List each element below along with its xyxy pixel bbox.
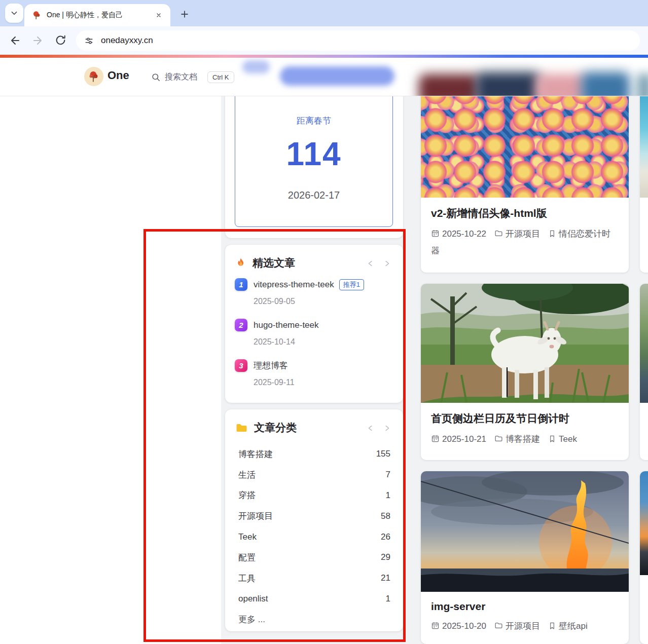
category-row[interactable]: 穿搭1 [238,485,390,506]
featured-item-title[interactable]: hugo-theme-teek [254,320,319,330]
category-count: 7 [386,470,390,480]
post-card-clipped[interactable] [640,81,648,273]
post-image-goat [421,284,629,403]
featured-prev-button[interactable] [367,259,375,268]
blurred-content [581,72,630,96]
reload-button[interactable] [55,34,67,47]
reload-icon [55,34,66,46]
browser-toolbar: onedayxxy.cn [0,26,648,55]
featured-item-title[interactable]: 理想博客 [254,360,288,371]
post-date-group: 2025-10-22 [431,229,486,239]
featured-next-button[interactable] [383,259,391,268]
folder-outline-icon [494,621,503,630]
featured-item-title[interactable]: vitepress-theme-teek [254,280,334,290]
category-row[interactable]: openlist1 [238,589,390,610]
back-button[interactable] [9,34,21,47]
category-name[interactable]: 穿搭 [238,489,256,501]
category-row[interactable]: 博客搭建155 [238,444,390,465]
category-count: 155 [376,449,390,459]
folder-outline-icon [494,229,503,238]
blurred-content [476,72,541,96]
post-card[interactable]: img-server 2025-10-20开源项目壁纸api [421,471,629,644]
new-tab-button[interactable] [177,7,192,21]
post-category[interactable]: 开源项目 [506,621,540,631]
category-count: 1 [386,594,390,604]
post-category[interactable]: 开源项目 [506,229,540,239]
search-icon [151,72,161,82]
post-tag-group[interactable]: Teek [548,434,577,444]
category-name[interactable]: 配置 [238,552,256,563]
category-row[interactable]: 工具21 [238,568,390,589]
post-date: 2025-10-20 [442,621,486,631]
category-name[interactable]: 生活 [238,469,256,481]
category-count: 58 [381,511,390,521]
featured-item-date: 2025-09-05 [235,297,393,306]
post-title[interactable]: 首页侧边栏日历及节日倒计时 [431,411,619,426]
post-card[interactable]: 首页侧边栏日历及节日倒计时 2025-10-21博客搭建Teek [421,284,629,460]
category-name[interactable]: Teek [238,532,257,542]
featured-item[interactable]: 3 理想博客 2025-09-11 [235,359,393,387]
rank-badge-3: 3 [235,359,247,372]
countdown-card: 距离春节 114 2026-02-17 [225,82,403,238]
forward-button[interactable] [31,34,44,47]
category-row[interactable]: 开源项目58 [238,506,390,526]
post-date: 2025-10-22 [442,229,486,239]
calendar-icon [431,434,440,443]
featured-item[interactable]: 2 hugo-theme-teek 2025-10-14 [235,319,393,347]
category-name[interactable]: openlist [238,594,268,604]
category-count: 21 [381,573,390,583]
post-category-group[interactable]: 开源项目 [494,621,540,631]
chevron-right-icon [383,424,391,433]
post-card[interactable]: v2-新增情侣头像-html版 2025-10-22开源项目情侣恋爱计时器 [421,81,629,273]
post-title[interactable]: img-server [431,600,619,613]
tab-close-button[interactable] [153,10,164,21]
post-card-clipped[interactable] [640,471,648,644]
search-placeholder: 搜索文档 [165,72,197,83]
bookmark-icon [548,230,556,238]
post-tag[interactable]: Teek [559,434,577,444]
browser-tab[interactable]: One | 明心静性，爱自己 [24,4,170,26]
category-name[interactable]: 博客搭建 [238,448,273,460]
tab-search-button[interactable] [5,4,23,23]
category-row[interactable]: Teek26 [238,526,390,547]
category-count: 1 [386,490,390,501]
post-card-clipped[interactable] [640,284,648,460]
search-input[interactable]: 搜索文档 Ctrl K [151,68,234,86]
category-name[interactable]: 开源项目 [238,510,273,522]
post-image-peaches [421,81,629,198]
screen: One | 明心静性，爱自己 onedayxxy.cn 距离春节 114 [0,0,648,644]
category-row[interactable]: 配置29 [238,547,390,568]
category-row[interactable]: 生活7 [238,465,390,485]
site-logo[interactable] [84,67,103,86]
site-favicon-tree-icon [31,10,42,20]
post-tag[interactable]: 壁纸api [559,621,588,631]
blurred-nav-item [280,66,394,86]
category-more-row[interactable]: 更多 ... [238,609,390,630]
post-category-group[interactable]: 博客搭建 [494,434,540,444]
post-meta: 2025-10-22开源项目情侣恋爱计时器 [431,225,619,259]
address-bar[interactable]: onedayxxy.cn [76,30,640,51]
featured-item-date: 2025-09-11 [235,378,393,387]
featured-articles-card: 精选文章 1 vitepress-theme-teek 推荐1 2025-09-… [225,245,403,403]
recommend-badge: 推荐1 [339,279,364,290]
post-title[interactable]: v2-新增情侣头像-html版 [431,206,619,220]
calendar-icon [431,229,440,238]
countdown-date: 2026-02-17 [235,190,392,201]
site-info-tune-icon [84,36,94,46]
category-name[interactable]: 工具 [238,573,256,584]
site-name[interactable]: One [107,69,129,82]
featured-title: 精选文章 [253,256,295,270]
countdown-label: 距离春节 [235,115,392,127]
post-image-sunset [640,471,648,575]
post-category[interactable]: 博客搭建 [506,434,540,444]
category-more-label[interactable]: 更多 ... [238,614,265,625]
categories-prev-button[interactable] [367,424,375,433]
post-image-hills [640,284,648,403]
categories-next-button[interactable] [383,424,391,433]
chevron-left-icon [367,424,375,433]
post-tag-group[interactable]: 壁纸api [548,621,588,631]
forward-arrow-icon [31,34,44,47]
rank-badge-2: 2 [235,319,247,331]
post-category-group[interactable]: 开源项目 [494,229,540,239]
featured-item[interactable]: 1 vitepress-theme-teek 推荐1 2025-09-05 [235,278,393,306]
